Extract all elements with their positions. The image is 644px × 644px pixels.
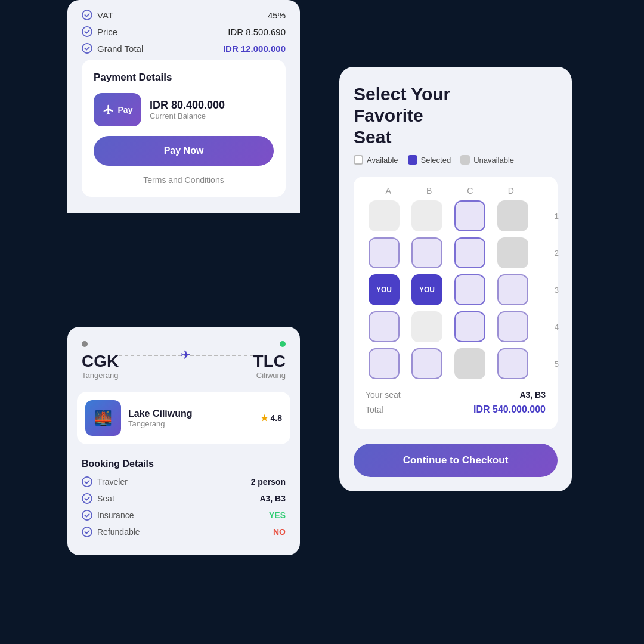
destination-card: 🌉 Lake Ciliwung Tangerang ★ 4.8 [77,392,290,444]
payment-method: Pay IDR 80.400.000 Current Balance [94,93,274,126]
plane-flight-icon: ✈ [181,348,191,362]
checkout-button[interactable]: Continue to Checkout [354,444,558,477]
col-d: D [491,186,532,196]
booking-title: Booking Details [82,459,286,469]
seat-row-4: 4 [366,311,546,342]
vat-row: VAT 45% [82,10,286,20]
traveler-value: 2 person [251,477,286,487]
booking-details: Booking Details Traveler 2 person Seat A… [67,451,300,537]
selected-dot [408,155,417,165]
total-label: Total [366,405,383,414]
seat-selector-card: Select Your Favorite Seat Available Sele… [339,67,572,491]
column-headers: A B C D [366,186,546,196]
total-row: Total IDR 540.000.000 [366,404,546,415]
row-5-label: 5 [555,360,559,369]
destination-dot [280,341,286,347]
seat-a3[interactable]: YOU [369,274,400,305]
payment-title: Payment Details [94,72,274,83]
traveler-row: Traveler 2 person [82,476,286,487]
price-value: IDR 8.500.690 [228,27,286,37]
flight-path: CGK Tangerang ✈ TLC Ciliwung [67,327,300,385]
origin-airport: CGK Tangerang [82,339,119,380]
seat-b5[interactable] [411,348,442,379]
pay-logo: Pay [94,93,141,126]
grand-total-value: IDR 12.000.000 [223,44,286,54]
destination-thumbnail: 🌉 [85,400,121,436]
svg-point-2 [82,44,92,53]
seat-a4[interactable] [369,311,400,342]
seat-row-1: 1 [366,200,546,231]
seat-label: Seat [82,493,114,504]
seat-c1[interactable] [454,200,485,231]
check-icon [82,10,92,20]
row-1-label: 1 [555,212,559,221]
seat-d5[interactable] [497,348,528,379]
seat-grid-container: A B C D 1 2 YOU YOU 3 [354,177,558,429]
legend-selected: Selected [408,155,451,165]
seat-b4[interactable] [411,311,442,342]
payment-section: Payment Details Pay IDR 80.400.000 Curre… [82,60,286,197]
legend-available: Available [354,155,398,165]
plane-icon [103,104,114,116]
terms-conditions-link[interactable]: Terms and Conditions [94,175,274,185]
vat-label: VAT [82,10,113,20]
svg-point-6 [82,527,92,537]
row-3-label: 3 [555,286,559,295]
seat-c5 [454,348,485,379]
unavailable-dot [460,155,470,165]
destination-info: Lake Ciliwung Tangerang [128,408,193,428]
star-icon: ★ [261,413,268,423]
svg-point-1 [82,27,92,36]
col-b: B [409,186,450,196]
current-balance: Current Balance [150,112,225,120]
seat-a5[interactable] [369,348,400,379]
seat-row-3: YOU YOU 3 [366,274,546,305]
check-icon [82,493,92,504]
check-icon [82,26,92,37]
seat-c2[interactable] [454,237,485,268]
pay-info: IDR 80.400.000 Current Balance [150,99,225,120]
refundable-row: Refundable NO [82,527,286,537]
seat-row-2: 2 [366,237,546,268]
seat-row-5: 5 [366,348,546,379]
seat-b2[interactable] [411,237,442,268]
grand-total-label: Grand Total [82,43,143,54]
payment-card: VAT 45% Price IDR 8.500.690 Grand Total … [67,0,300,213]
destination-code: TLC [253,352,286,371]
seat-value: A3, B3 [259,494,286,503]
refundable-label: Refundable [82,527,140,537]
seat-d1 [497,200,528,231]
seat-row: Seat A3, B3 [82,493,286,504]
check-icon [82,510,92,521]
seat-a2[interactable] [369,237,400,268]
seat-d2 [497,237,528,268]
svg-point-5 [82,510,92,520]
available-dot [354,155,363,165]
your-seat-label: Your seat [366,390,401,400]
insurance-value: YES [269,510,286,520]
pay-now-button[interactable]: Pay Now [94,136,274,166]
seat-d4[interactable] [497,311,528,342]
traveler-label: Traveler [82,476,128,487]
check-icon [82,527,92,537]
booking-card: CGK Tangerang ✈ TLC Ciliwung 🌉 Lake Cili… [67,327,300,555]
row-4-label: 4 [555,323,559,332]
origin-city: Tangerang [82,371,119,380]
seat-c4[interactable] [454,311,485,342]
check-icon [82,43,92,54]
destination-airport: TLC Ciliwung [253,339,286,380]
svg-point-4 [82,494,92,503]
seat-d3[interactable] [497,274,528,305]
grand-total-row: Grand Total IDR 12.000.000 [82,43,286,54]
seat-b3[interactable]: YOU [411,274,442,305]
price-label: Price [82,26,117,37]
seat-c3[interactable] [454,274,485,305]
insurance-row: Insurance YES [82,510,286,521]
insurance-label: Insurance [82,510,134,521]
refundable-value: NO [273,527,286,537]
origin-dot [82,341,88,347]
seat-b1[interactable] [411,200,442,231]
col-a: A [368,186,409,196]
seat-a1[interactable] [369,200,400,231]
pay-amount: IDR 80.400.000 [150,99,225,112]
